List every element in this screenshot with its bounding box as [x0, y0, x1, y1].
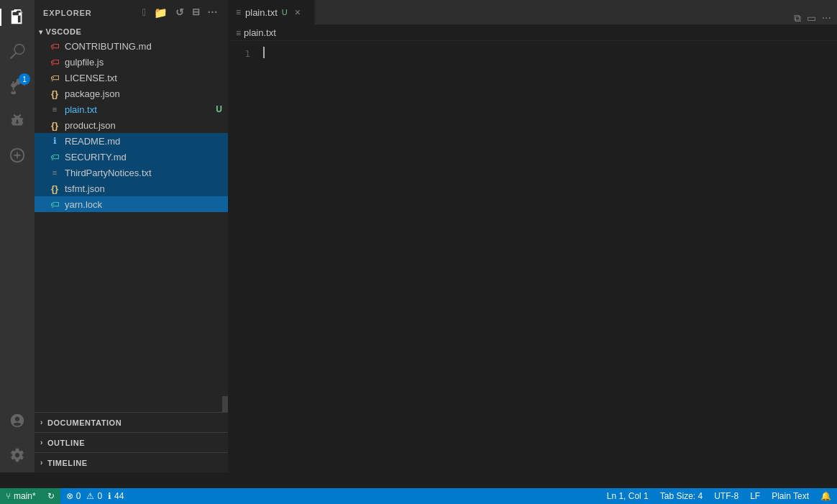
info-icon: ℹ: [49, 135, 60, 147]
file-name: gulpfile.js: [65, 57, 222, 68]
file-list: 🏷 CONTRIBUTING.md 🏷 gulpfile.js 🏷 LICENS…: [35, 38, 228, 396]
editor-text-area[interactable]: [257, 41, 837, 472]
active-tab[interactable]: ≡ plain.txt U ×: [229, 0, 315, 24]
more-tab-actions-icon[interactable]: ···: [822, 12, 831, 24]
status-left: ⑂ main* ↻ ⊗ 0 ⚠ 0 ℹ 44: [0, 488, 129, 504]
folder-chevron: ▾: [39, 28, 43, 36]
timeline-section[interactable]: › TIMELINE: [35, 452, 228, 472]
file-item-license[interactable]: 🏷 LICENSE.txt: [35, 70, 228, 86]
files-activity-icon[interactable]: [0, 0, 35, 35]
txt-yellow-icon: 🏷: [49, 72, 60, 83]
new-folder-icon[interactable]: 📁: [152, 5, 170, 21]
file-item-yarn[interactable]: 🏷 yarn.lock: [35, 196, 228, 212]
md-red-icon: 🏷: [49, 40, 60, 52]
breadcrumb-filename: plain.txt: [244, 27, 276, 38]
activity-bar: 1: [0, 0, 35, 472]
line-ending-status[interactable]: LF: [744, 488, 766, 504]
git-branch-icon: ⑂: [6, 491, 11, 501]
errors-status[interactable]: ⊗ 0 ⚠ 0 ℹ 44: [60, 488, 130, 504]
explorer-title: EXPLORER: [43, 9, 92, 17]
file-item-readme[interactable]: ℹ README.md: [35, 133, 228, 149]
explorer-section: ▾ VSCODE 🏷 CONTRIBUTING.md 🏷 gulpfile.js…: [35, 25, 228, 472]
json-icon: {}: [49, 88, 60, 99]
line-numbers: 1: [229, 41, 257, 472]
sidebar-header: EXPLORER  📁 ↺ ⊟ ···: [35, 0, 228, 25]
line-number-1: 1: [229, 47, 250, 60]
json-icon: {}: [49, 183, 60, 194]
outline-section[interactable]: › OUTLINE: [35, 432, 228, 452]
error-icon: ⊗: [66, 491, 73, 501]
file-name: CONTRIBUTING.md: [65, 41, 222, 52]
file-item-thirdparty[interactable]: ≡ ThirdPartyNotices.txt: [35, 165, 228, 180]
vscode-folder[interactable]: ▾ VSCODE: [35, 25, 228, 38]
breadcrumb-item[interactable]: ≡ plain.txt: [236, 27, 276, 38]
new-file-icon[interactable]: : [141, 5, 148, 21]
cursor-position-status[interactable]: Ln 1, Col 1: [601, 488, 654, 504]
git-badge: 1: [19, 73, 30, 85]
unsaved-badge: U: [216, 104, 222, 114]
file-item-tsfmt[interactable]: {} tsfmt.json: [35, 180, 228, 196]
scroll-area: [35, 396, 228, 412]
section-chevron: ›: [40, 459, 43, 467]
extensions-activity-icon[interactable]: [0, 138, 35, 173]
tab-file-icon: ≡: [236, 7, 241, 17]
folder-name: VSCODE: [46, 27, 82, 36]
git-activity-icon[interactable]: 1: [0, 69, 35, 104]
file-name: product.json: [65, 120, 222, 131]
section-label: TIMELINE: [47, 459, 88, 467]
sync-icon: ↻: [47, 491, 55, 501]
file-item-package[interactable]: {} package.json: [35, 86, 228, 101]
settings-activity-icon[interactable]: [0, 438, 35, 472]
file-item-gulpfile[interactable]: 🏷 gulpfile.js: [35, 54, 228, 70]
file-item-security[interactable]: 🏷 SECURITY.md: [35, 149, 228, 165]
info-icon: ℹ: [108, 491, 111, 501]
file-name: plain.txt: [65, 104, 216, 115]
section-label: DOCUMENTATION: [47, 418, 122, 427]
tab-size: Tab Size: 4: [660, 491, 703, 501]
language-status[interactable]: Plain Text: [766, 488, 815, 504]
refresh-icon[interactable]: ↺: [174, 5, 186, 21]
tab-size-status[interactable]: Tab Size: 4: [654, 488, 708, 504]
md-teal-icon: 🏷: [49, 151, 60, 162]
collapse-icon[interactable]: ⊟: [191, 5, 202, 21]
split-editor-icon[interactable]: ⧉: [794, 12, 801, 24]
notifications-icon[interactable]: 🔔: [815, 488, 837, 504]
cursor-position: Ln 1, Col 1: [607, 491, 649, 501]
git-branch-label: main*: [14, 491, 36, 501]
section-label: OUTLINE: [47, 439, 85, 447]
encoding: UTF-8: [714, 491, 738, 501]
documentation-section[interactable]: › DOCUMENTATION: [35, 412, 228, 432]
file-name: tsfmt.json: [65, 183, 222, 194]
file-name: yarn.lock: [65, 199, 222, 210]
warning-icon: ⚠: [86, 491, 94, 501]
file-item-plain[interactable]: ≡ plain.txt U: [35, 101, 228, 117]
txt-icon: ≡: [49, 104, 60, 115]
file-item-contributing[interactable]: 🏷 CONTRIBUTING.md: [35, 38, 228, 54]
account-activity-icon[interactable]: [0, 403, 35, 438]
tab-bar: ≡ plain.txt U × ⧉ ▭ ···: [229, 0, 837, 25]
status-bar: ⑂ main* ↻ ⊗ 0 ⚠ 0 ℹ 44 Ln 1, Col 1 Tab S…: [0, 488, 837, 504]
search-activity-icon[interactable]: [0, 35, 35, 69]
git-branch-status[interactable]: ⑂ main*: [0, 488, 42, 504]
json-icon: {}: [49, 119, 60, 131]
sync-status[interactable]: ↻: [42, 488, 60, 504]
tab-close-button[interactable]: ×: [295, 6, 301, 18]
file-name: package.json: [65, 88, 222, 99]
line-ending: LF: [750, 491, 760, 501]
encoding-status[interactable]: UTF-8: [708, 488, 744, 504]
scroll-thumb[interactable]: [222, 396, 228, 412]
tab-bar-actions: ⧉ ▭ ···: [788, 12, 837, 24]
sidebar-actions:  📁 ↺ ⊟ ···: [141, 5, 219, 21]
debug-activity-icon[interactable]: [0, 104, 35, 138]
file-item-product[interactable]: {} product.json: [35, 117, 228, 133]
more-actions-icon[interactable]: ···: [206, 5, 219, 21]
editor-content: 1: [229, 41, 837, 472]
status-right: Ln 1, Col 1 Tab Size: 4 UTF-8 LF Plain T…: [601, 488, 837, 504]
toggle-panel-icon[interactable]: ▭: [807, 12, 816, 24]
file-name: SECURITY.md: [65, 152, 222, 162]
tab-name: plain.txt: [245, 7, 278, 18]
section-chevron: ›: [40, 418, 43, 426]
file-name: README.md: [65, 136, 222, 147]
tab-unsaved-indicator: U: [282, 8, 288, 17]
bell-icon: 🔔: [820, 491, 831, 501]
